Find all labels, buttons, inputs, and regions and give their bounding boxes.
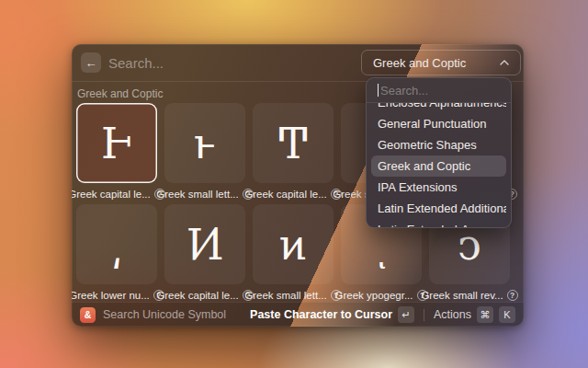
symbol-cell-selected[interactable]: Ͱ: [76, 103, 157, 183]
symbol-cell[interactable]: Ͳ: [253, 103, 334, 183]
dropdown-item-list: Enclosed Alphanumerics General Punctuati…: [367, 103, 511, 228]
dropdown-search-input[interactable]: Search...: [367, 78, 511, 102]
chevron-up-icon: [500, 60, 509, 65]
symbol-label: Greek ypogegr...: [334, 290, 413, 301]
category-dropdown-trigger[interactable]: Greek and Coptic: [361, 50, 521, 75]
command-key-icon: ⌘: [477, 306, 493, 323]
dropdown-item[interactable]: Enclosed Alphanumerics: [371, 103, 506, 113]
k-key-icon: K: [499, 306, 515, 323]
actions-button[interactable]: Actions: [434, 308, 471, 321]
dropdown-item[interactable]: IPA Extensions: [371, 177, 506, 198]
symbol-cell[interactable]: ͱ: [164, 103, 245, 183]
text-cursor: [378, 84, 379, 97]
symbol-item: ͱ Greek small lett...?: [164, 103, 245, 201]
dropdown-item[interactable]: General Punctuation: [371, 113, 506, 134]
symbol-item: Ͷ Greek capital le...?: [164, 204, 245, 302]
unicode-search-window: ← Search... Greek and Coptic Greek and C…: [72, 44, 524, 327]
primary-action-button[interactable]: Paste Character to Cursor: [250, 308, 392, 321]
dropdown-item[interactable]: Geometric Shapes: [371, 134, 506, 155]
symbol-label: Greek capital le...: [156, 290, 238, 301]
status-bar: & Search Unicode Symbol Paste Character …: [72, 302, 524, 327]
status-divider: [424, 309, 424, 321]
symbol-cell[interactable]: ͷ: [253, 204, 334, 284]
dropdown-item[interactable]: Latin Extended Additional: [371, 198, 506, 219]
symbol-item: ͷ Greek small lett...?: [253, 204, 334, 302]
symbol-label: Greek small lett...: [156, 189, 238, 200]
dropdown-item-selected[interactable]: Greek and Coptic: [371, 155, 506, 177]
symbol-item: ͵ Greek lower nu...?: [76, 204, 157, 302]
category-dropdown-value: Greek and Coptic: [373, 56, 466, 70]
symbol-label: Greek small rev...: [421, 290, 503, 301]
back-button[interactable]: ←: [81, 52, 101, 73]
symbol-cell[interactable]: Ͷ: [164, 204, 245, 284]
help-icon[interactable]: ?: [507, 290, 518, 301]
extension-icon: &: [80, 307, 96, 323]
extension-name: Search Unicode Symbol: [103, 308, 226, 321]
return-key-icon: ↵: [398, 306, 414, 323]
symbol-label: Greek small lett...: [244, 290, 326, 301]
symbol-label: Greek capital le...: [72, 189, 151, 200]
symbol-cell[interactable]: ͵: [76, 204, 157, 284]
top-search-bar: ← Search... Greek and Coptic: [72, 44, 524, 81]
section-header: Greek and Coptic: [77, 87, 163, 100]
back-arrow-icon: ←: [85, 56, 97, 70]
dropdown-search-placeholder: Search...: [380, 84, 428, 98]
category-dropdown-menu: Search... Enclosed Alphanumerics General…: [366, 77, 512, 228]
dropdown-item[interactable]: Latin Extended-A: [371, 219, 506, 228]
symbol-label: Greek lower nu...: [72, 290, 150, 301]
symbol-item: Ͳ Greek capital le...?: [253, 103, 334, 201]
symbol-label: Greek capital le...: [244, 189, 326, 200]
symbol-item: Ͱ Greek capital le...?: [76, 103, 157, 201]
search-input[interactable]: Search...: [108, 44, 164, 81]
